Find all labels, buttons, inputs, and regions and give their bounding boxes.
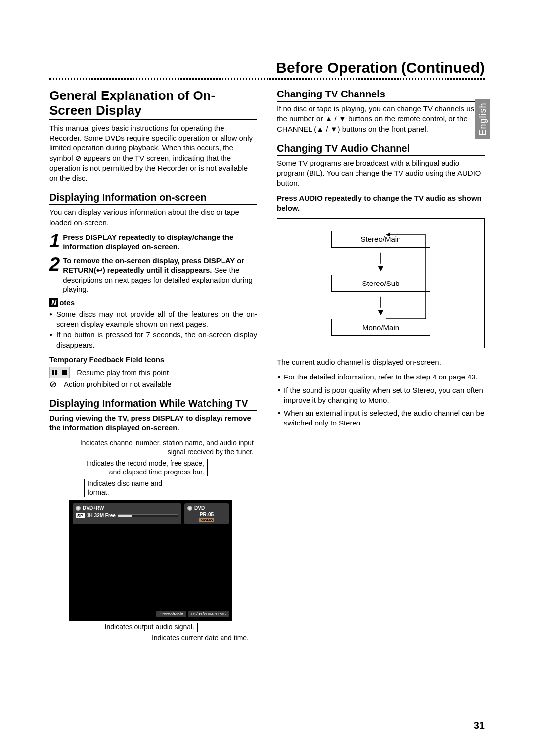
note-1: Some discs may not provide all of the fe… [49, 309, 257, 330]
callout-audio-out: Indicates output audio signal. [69, 623, 198, 632]
step-2-number: 2 [49, 256, 60, 294]
callout-tuner: Indicates channel number, station name, … [79, 439, 257, 456]
osd-dvd: DVD [194, 505, 205, 511]
osd-audio-chip: Stereo/Main [156, 611, 186, 617]
notes-heading: Notes [49, 298, 257, 307]
notes-list: Some discs may not provide all of the fe… [49, 309, 257, 350]
disc-icon [76, 506, 81, 511]
right-li-3: When an external input is selected, the … [277, 408, 485, 428]
right-p-audio: Some TV programs are broadcast with a bi… [277, 158, 485, 189]
osd-screen: DVD+RW SP 1H 32M Free DVD PR-05 MONO [69, 500, 232, 621]
icon-resume-label: Resume play from this point [77, 368, 169, 377]
right-p-channels: If no disc or tape is playing, you can c… [277, 104, 485, 134]
left-h3-display-info: Displaying Information on-screen [49, 192, 257, 205]
progress-bar [118, 514, 178, 517]
left-p-display-info: You can display various information abou… [49, 207, 257, 228]
icon-row-resume: Resume play from this point [49, 367, 257, 378]
step-1-number: 1 [49, 233, 60, 252]
title-rule [49, 78, 485, 80]
prohibit-icon: ⊘ [49, 380, 57, 389]
page-title: Before Operation (Continued) [49, 59, 485, 76]
osd-free: 1H 32M Free [87, 513, 116, 518]
language-tab: English [475, 99, 490, 139]
subhead-temp-icons: Temporary Feedback Field Icons [49, 355, 257, 364]
osd-datetime-chip: 01/01/2004 11:35 [188, 611, 229, 617]
osd-diagram: Indicates channel number, station name, … [49, 439, 257, 642]
resume-icon [49, 367, 70, 378]
left-pb-bold: During viewing the TV, press DISPLAY to … [49, 413, 257, 433]
left-h2: General Explanation of On-Screen Display [49, 89, 257, 120]
osd-card-right: DVD PR-05 MONO [184, 503, 229, 524]
step-2: 2 To remove the on-screen display, press… [49, 256, 257, 294]
osd-card-left: DVD+RW SP 1H 32M Free [73, 503, 181, 524]
callout-datetime: Indicates current date and time. [99, 634, 252, 643]
right-p-audio-bold: Press AUDIO repeatedly to change the TV … [277, 193, 485, 214]
disc-icon-small [187, 506, 192, 511]
right-li-2: If the sound is poor quality when set to… [277, 385, 485, 406]
osd-mono-badge: MONO [199, 518, 215, 522]
osd-disc-fmt: DVD+RW [83, 505, 104, 511]
callout-disc: Indicates disc name and format. [84, 479, 168, 497]
page-number: 31 [474, 720, 485, 731]
audio-flow-diagram: Stereo/Main │▼ Stereo/Sub │▼ Mono/Main [277, 218, 485, 348]
step-1-text: Press DISPLAY repeatedly to display/chan… [63, 233, 233, 251]
callout-record-mode: Indicates the record mode, free space, a… [84, 459, 208, 476]
right-column: Changing TV Channels If no disc or tape … [277, 89, 485, 642]
icon-prohibit-label: Action prohibited or not available [64, 380, 172, 388]
note-2: If no button is pressed for 7 seconds, t… [49, 330, 257, 350]
right-h3-audio: Changing TV Audio Channel [277, 143, 485, 156]
right-bullets: For the detailed information, refer to t… [277, 372, 485, 428]
left-column: General Explanation of On-Screen Display… [49, 89, 257, 642]
right-p-current: The current audio channel is displayed o… [277, 357, 485, 367]
flow-return-arrow-icon [381, 231, 441, 330]
notes-label: otes [59, 298, 75, 307]
left-h3-watching-tv: Displaying Information While Watching TV [49, 398, 257, 411]
left-intro: This manual gives basic instructions for… [49, 123, 257, 184]
osd-pr: PR-05 [200, 512, 214, 517]
step-1: 1 Press DISPLAY repeatedly to display/ch… [49, 233, 257, 252]
notes-icon: N [49, 298, 58, 307]
right-h3-channels: Changing TV Channels [277, 89, 485, 102]
osd-sp-badge: SP [76, 513, 85, 518]
icon-row-prohibit: ⊘ Action prohibited or not available [49, 380, 257, 389]
right-li-1: For the detailed information, refer to t… [277, 372, 485, 382]
language-tab-label: English [478, 102, 488, 135]
